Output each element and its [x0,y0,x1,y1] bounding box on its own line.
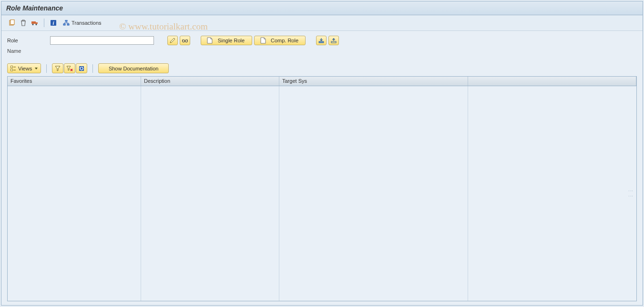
refresh-icon [79,66,84,71]
transactions-label: Transactions [72,20,102,26]
copy-icon[interactable] [7,18,17,28]
app-toolbar: i Transactions [1,15,643,31]
toolbar-separator [92,64,93,73]
svg-rect-9 [63,24,65,25]
glasses-icon [182,38,188,43]
svg-rect-8 [65,20,67,21]
chevron-down-icon [35,68,38,69]
views-dropdown[interactable]: Views [7,63,41,73]
show-doc-label: Show Documentation [109,66,159,71]
svg-rect-15 [11,66,13,68]
svg-rect-3 [36,22,38,24]
document-icon [207,37,213,44]
svg-rect-13 [319,41,324,43]
grid-header-row: Favorites Description Target Sys [8,77,636,86]
views-label: Views [18,66,32,71]
upload-button[interactable] [328,36,339,45]
svg-rect-10 [67,24,69,25]
toolbar-separator [44,19,44,27]
svg-point-4 [32,24,34,25]
page-title-text: Role Maintenance [6,4,63,12]
form-area: Role Single Role Comp. Role [1,31,643,63]
transactions-button[interactable]: Transactions [60,19,104,27]
show-documentation-button[interactable]: Show Documentation [98,63,169,73]
svg-rect-17 [11,69,13,71]
col-header-description[interactable]: Description [141,77,279,86]
info-icon[interactable]: i [49,18,58,28]
upload-icon [331,38,337,43]
refresh-button[interactable] [76,63,87,73]
name-label: Name [7,48,46,54]
svg-rect-1 [10,20,14,25]
toolbar-separator [46,64,47,73]
svg-point-5 [36,24,37,25]
hierarchy-icon [63,20,70,26]
resize-handle-icon[interactable]: ⋮⋮ [628,188,634,199]
svg-rect-14 [331,41,336,43]
grid-pane-target[interactable] [279,86,468,301]
download-button[interactable] [316,36,327,45]
tree-icon [10,66,16,71]
col-header-target-sys[interactable]: Target Sys [279,77,468,86]
comp-role-button[interactable]: Comp. Role [254,36,306,45]
svg-rect-16 [13,67,16,68]
role-input[interactable] [50,36,154,45]
document-icon [260,37,266,44]
favorites-grid: Favorites Description Target Sys ⋮⋮ [7,76,637,301]
funnel-icon [55,66,61,71]
transport-icon[interactable] [30,18,40,28]
col-header-empty [468,77,636,86]
col-header-favorites[interactable]: Favorites [8,77,141,86]
role-label: Role [7,38,46,43]
edit-button[interactable] [167,36,178,45]
page-title: Role Maintenance [1,1,643,15]
grid-toolbar: Views Show Documentation [1,63,643,76]
svg-rect-18 [13,69,16,70]
delete-icon[interactable] [19,18,28,28]
grid-pane-rest: ⋮⋮ [468,86,636,301]
grid-pane-favorites[interactable] [8,86,141,301]
grid-body: ⋮⋮ [8,86,636,301]
svg-rect-2 [31,21,36,24]
funnel-x-icon [66,66,73,71]
display-button[interactable] [180,36,190,45]
grid-pane-description[interactable] [141,86,279,301]
comp-role-label: Comp. Role [270,38,299,43]
single-role-button[interactable]: Single Role [201,36,252,45]
filter-delete-button[interactable] [64,63,75,73]
filter-button[interactable] [52,63,63,73]
pencil-icon [170,38,175,43]
single-role-label: Single Role [216,38,246,43]
download-icon [318,38,324,43]
